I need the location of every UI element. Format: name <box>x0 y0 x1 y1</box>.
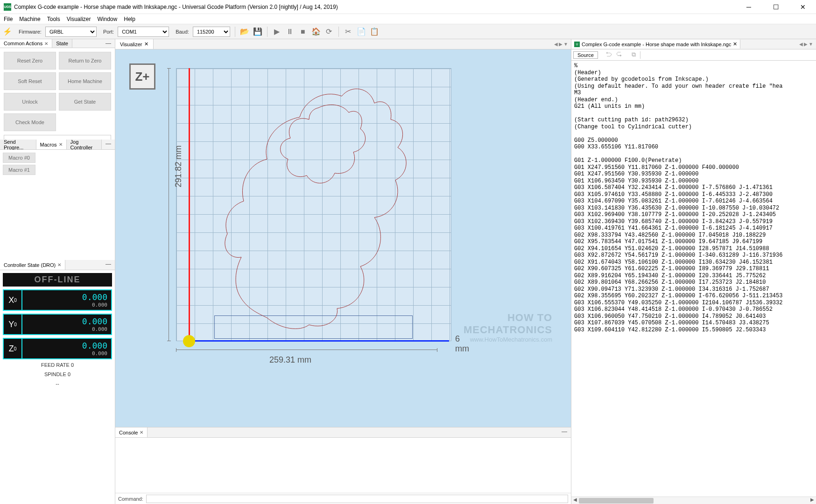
tab-nav-right-icon[interactable]: ▶ <box>804 42 808 47</box>
history-fwd-icon[interactable]: ⮎ <box>615 51 623 59</box>
dro-z-main: 0.000 <box>26 341 107 350</box>
minimize-panel-icon[interactable]: — <box>102 260 115 270</box>
scroll-right-icon[interactable]: ▶ <box>809 497 816 504</box>
gcode-editor[interactable]: % (Header) (Generated by gcodetools from… <box>571 61 816 497</box>
home-machine-button[interactable]: Home Machine <box>59 72 111 90</box>
window-title: Complex G-code example - Horse shape mad… <box>14 4 739 10</box>
origin-marker <box>183 335 195 347</box>
dro-dashes: -- <box>3 378 112 387</box>
close-icon[interactable]: ✕ <box>59 142 63 147</box>
tab-nav-menu-icon[interactable]: ▼ <box>809 42 813 47</box>
console-output <box>115 438 571 493</box>
minimize-panel-icon[interactable]: — <box>102 39 115 48</box>
toolpath-shape <box>202 75 435 336</box>
copy-icon[interactable]: 📄 <box>357 27 366 36</box>
connect-icon[interactable]: ⚡ <box>3 27 12 36</box>
firmware-select[interactable]: GRBL <box>45 27 97 37</box>
y-dimension-label: 291.82 mm <box>174 145 183 187</box>
x-dimension-tick <box>176 350 437 350</box>
y-dimension-tick <box>169 68 169 341</box>
check-mode-button[interactable]: Check Mode <box>4 113 56 131</box>
close-button[interactable]: ✕ <box>794 3 812 11</box>
open-icon[interactable]: 📂 <box>240 27 249 36</box>
refresh-icon[interactable]: ⟳ <box>324 27 334 36</box>
play-icon[interactable]: ▶ <box>272 27 281 36</box>
spindle-label: SPINDLE 0 <box>3 369 112 378</box>
tab-send-progress[interactable]: Send Progre... <box>0 140 36 149</box>
history-back-icon[interactable]: ⮌ <box>605 51 613 59</box>
stop-icon[interactable]: ■ <box>298 27 308 36</box>
tab-visualizer[interactable]: Visualizer✕ <box>115 39 154 49</box>
tab-gcode-file[interactable]: U Complex G-code example - Horse shape m… <box>571 40 740 49</box>
tab-common-actions[interactable]: Common Actions✕ <box>0 39 52 48</box>
paste-icon[interactable]: 📋 <box>370 27 379 36</box>
maximize-button[interactable]: ☐ <box>767 3 785 11</box>
macro-1-button[interactable]: Macro #1 <box>3 165 35 175</box>
tab-state[interactable]: State <box>52 39 72 48</box>
dro-z-sub: 0.000 <box>26 350 107 357</box>
source-button[interactable]: Source <box>573 51 598 59</box>
port-select[interactable]: COM1 <box>118 27 169 37</box>
command-label: Command: <box>118 496 143 502</box>
baud-select[interactable]: 115200 <box>193 27 230 37</box>
baud-label: Baud: <box>176 29 189 35</box>
y-axis-line <box>189 68 190 342</box>
right-dimension-label: 6 mm <box>455 334 469 354</box>
close-icon[interactable]: ✕ <box>733 41 737 47</box>
tab-nav-right-icon[interactable]: ▶ <box>559 42 563 47</box>
feed-rate-label: FEED RATE 0 <box>3 359 112 369</box>
tab-macros[interactable]: Macros✕ <box>36 140 67 149</box>
close-icon[interactable]: ✕ <box>57 262 61 267</box>
tab-jog-controller[interactable]: Jog Controller <box>67 140 102 149</box>
reset-zero-button[interactable]: Reset Zero <box>4 52 56 70</box>
minimize-panel-icon[interactable]: — <box>102 140 115 149</box>
dro-y-main: 0.000 <box>26 316 107 326</box>
dro-axis-y[interactable]: Y0 <box>3 314 22 335</box>
dro-x-sub: 0.000 <box>26 302 107 308</box>
firmware-label: Firmware: <box>19 29 42 35</box>
diff-icon[interactable]: ⧉ <box>630 51 638 59</box>
menu-visualizer[interactable]: Visualizer <box>67 16 91 22</box>
menu-file[interactable]: File <box>4 16 13 22</box>
x-axis-line <box>188 340 449 342</box>
minimize-panel-icon[interactable]: — <box>558 427 571 437</box>
port-label: Port: <box>103 29 114 35</box>
unlock-button[interactable]: Unlock <box>4 93 56 111</box>
command-input[interactable] <box>146 495 568 503</box>
x-dimension-label: 259.31 mm <box>269 355 311 365</box>
macro-0-button[interactable]: Macro #0 <box>3 153 35 163</box>
dro-x-main: 0.000 <box>26 292 107 302</box>
visualizer-canvas[interactable]: Z+ 291.82 mm 259.31 mm 6 mm HOW TO M <box>115 49 571 427</box>
dro-axis-x[interactable]: X0 <box>3 289 22 311</box>
menu-help[interactable]: Help <box>124 16 135 22</box>
return-to-zero-button[interactable]: Return to Zero <box>59 52 111 70</box>
menu-bar: File Machine Tools Visualizer Window Hel… <box>0 14 816 24</box>
watermark: HOW TO MECHATRONICS www.HowToMechatronic… <box>464 312 552 343</box>
save-icon[interactable]: 💾 <box>253 27 262 36</box>
menu-window[interactable]: Window <box>98 16 118 22</box>
close-icon[interactable]: ✕ <box>140 430 143 435</box>
tab-dro[interactable]: Controller State (DRO)✕ <box>0 260 65 270</box>
app-icon: UGS <box>4 3 11 11</box>
scroll-left-icon[interactable]: ◀ <box>571 497 579 504</box>
pause-icon[interactable]: ⏸ <box>285 27 295 36</box>
home-icon[interactable]: 🏠 <box>311 27 321 36</box>
tab-nav-left-icon[interactable]: ◀ <box>554 42 558 47</box>
tab-console[interactable]: Console✕ <box>115 427 148 437</box>
z-plus-button[interactable]: Z+ <box>129 63 155 90</box>
soft-reset-button[interactable]: Soft Reset <box>4 72 56 90</box>
close-icon[interactable]: ✕ <box>44 41 48 46</box>
minimize-button[interactable]: ─ <box>739 3 758 11</box>
close-icon[interactable]: ✕ <box>144 41 148 47</box>
menu-tools[interactable]: Tools <box>47 16 60 22</box>
horizontal-scrollbar[interactable]: ◀ ▶ <box>571 497 816 504</box>
tab-nav-left-icon[interactable]: ◀ <box>799 42 803 47</box>
get-state-button[interactable]: Get State <box>59 93 111 111</box>
tab-nav-menu-icon[interactable]: ▼ <box>563 42 568 47</box>
dro-axis-z[interactable]: Z0 <box>3 338 22 359</box>
scroll-thumb[interactable] <box>579 498 654 504</box>
menu-machine[interactable]: Machine <box>19 16 40 22</box>
cut-icon[interactable]: ✂ <box>344 27 353 36</box>
main-toolbar: ⚡ Firmware: GRBL Port: COM1 Baud: 115200… <box>0 24 816 39</box>
dro-status: OFF-LINE <box>3 273 112 287</box>
